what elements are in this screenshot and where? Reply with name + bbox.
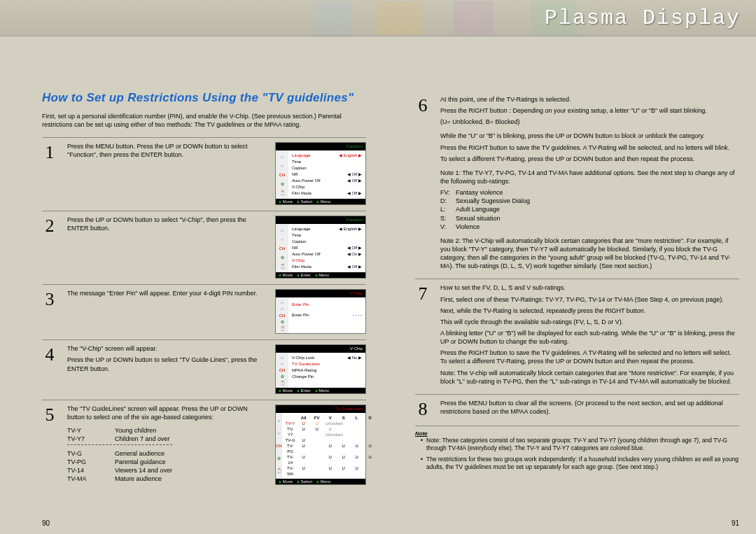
banner: Plasma Display (0, 0, 756, 36)
step-num: 4 (42, 344, 57, 365)
intro-text: First, set up a personal identification … (42, 112, 366, 129)
step-5: 5 The "TV GuideLines" screen will appear… (42, 400, 366, 491)
step-num: 1 (42, 142, 57, 163)
osd-title: Function (276, 143, 365, 150)
step-4: 4 The "V-Chip" screen will appear. Press… (42, 339, 366, 400)
osd-function-2: Function ⌂☼CH✿⌚ Language◀ English ▶ Time… (275, 216, 366, 279)
page-number-right: 91 (732, 519, 739, 527)
osd-enter-pin: V-Chip ⌂☼CH✿⌚ Enter Pin Enter Pin- - - - (275, 289, 366, 334)
step-num: 2 (42, 216, 57, 237)
manual-spread: Plasma Display How to Set up Restriction… (0, 0, 756, 534)
step-num: 3 (42, 289, 57, 310)
step-text: The "V-Chip" screen will appear. (67, 344, 265, 353)
osd-tv-guidelines: TV GuideLines ⌂☼CH✿⌚ AllFVVSLD TV-YUUUnl… (275, 405, 366, 485)
note-section: Note Note: These categories consist of t… (415, 426, 739, 472)
section-title: How to Set up Restrictions Using the "TV… (42, 91, 366, 105)
step-num: 7 (415, 283, 430, 304)
sub-ratings-list: FV:Fantasy violence D:Sexually Sugessive… (440, 188, 739, 231)
step-num: 8 (415, 399, 430, 420)
step-num: 6 (415, 95, 430, 116)
osd-title: TV GuideLines (276, 405, 365, 413)
page-number-left: 90 (42, 519, 50, 527)
step-8: 8 Press the MENU button to clear all the… (415, 394, 739, 426)
note-label: Note (415, 430, 739, 437)
step-text: The message "Enter Pin" will appear. Ent… (67, 289, 265, 297)
banner-title: Plasma Display (545, 6, 741, 30)
step-3: 3 The message "Enter Pin" will appear. E… (42, 284, 366, 339)
right-page: 6 At this point, one of the TV-Ratings i… (415, 91, 739, 527)
step-text: The "TV GuideLines" screen will appear. … (67, 405, 265, 421)
step-1: 1 Press the MENU button. Press the UP or… (42, 137, 366, 211)
step-2: 2 Press the UP or DOWN button to select … (42, 211, 366, 284)
osd-title: V-Chip (276, 345, 365, 353)
step-text: Press the UP or DOWN button to select "T… (67, 356, 265, 372)
step-num: 5 (42, 405, 57, 426)
note-item: Note: These categories consist of two se… (421, 437, 739, 453)
left-page: How to Set up Restrictions Using the "TV… (42, 91, 366, 527)
osd-title: V-Chip (276, 290, 365, 297)
osd-title: Function (276, 216, 365, 224)
step-text: Press the MENU button. Press the UP or D… (67, 142, 265, 159)
content: How to Set up Restrictions Using the "TV… (42, 91, 739, 527)
step-text: Press the UP or DOWN button to select "V… (67, 216, 265, 232)
note-item: The restrictions for these two groups wo… (421, 456, 739, 472)
step-6: 6 At this point, one of the TV-Ratings i… (415, 91, 739, 279)
osd-vchip: V-Chip ⌂☼CH✿⌚ V-Chip Lock◀ No ▶ TV Guide… (275, 344, 366, 394)
osd-function-1: Function ⌂☼CH✿⌚ Language◀ English ▶ Time… (275, 142, 366, 205)
step-7: 7 How to set the FV, D, L, S and V sub-r… (415, 279, 739, 393)
tv-ratings-list: TV-YYoung children TV-Y7Children 7 and o… (67, 426, 265, 484)
